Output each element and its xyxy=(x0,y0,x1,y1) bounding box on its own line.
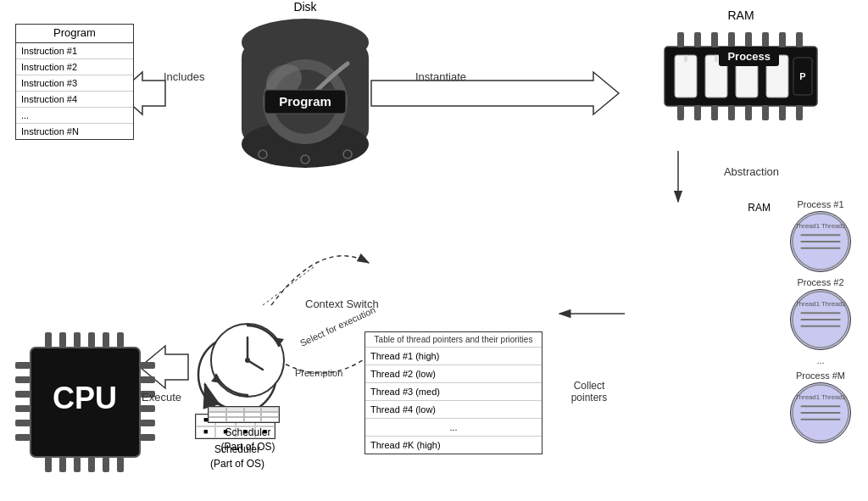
ram-area-top: RAM xyxy=(656,8,826,131)
process-2-label: Process #2 xyxy=(797,277,843,287)
svg-text:Program: Program xyxy=(279,94,331,109)
thread-row-3: Thread #3 (med) xyxy=(365,383,542,401)
program-box-title: Program xyxy=(16,25,133,42)
svg-rect-71 xyxy=(15,420,31,426)
thread-table-title: Table of thread pointers and their prior… xyxy=(365,332,542,348)
svg-rect-46 xyxy=(715,55,718,62)
svg-text:Thread1  Thread2: Thread1 Thread2 xyxy=(795,300,846,308)
ram-small-label: RAM xyxy=(748,202,771,214)
svg-rect-25 xyxy=(677,32,684,47)
program-instructions: Instruction #1 Instruction #2 Instructio… xyxy=(16,42,133,139)
svg-rect-81 xyxy=(74,332,81,348)
svg-rect-36 xyxy=(728,105,735,120)
svg-rect-89 xyxy=(103,457,109,472)
instruction-4: Instruction #4 xyxy=(16,92,133,108)
svg-rect-88 xyxy=(88,457,95,472)
svg-rect-73 xyxy=(140,362,155,369)
calendar-grid xyxy=(208,406,280,423)
disk-area: Disk Program xyxy=(229,0,381,173)
svg-text:P: P xyxy=(799,71,805,81)
svg-rect-87 xyxy=(74,457,81,472)
svg-rect-70 xyxy=(15,405,31,412)
process-1-label: Process #1 xyxy=(797,199,843,209)
instruction-2: Instruction #2 xyxy=(16,59,133,75)
instruction-3: Instruction #3 xyxy=(16,75,133,92)
svg-rect-33 xyxy=(677,105,684,120)
disk-icon: Program xyxy=(237,17,373,170)
svg-rect-82 xyxy=(88,332,95,348)
instruction-ellipsis: ... xyxy=(16,108,133,124)
svg-text:CPU: CPU xyxy=(53,381,117,415)
collect-pointers-label: Collect pointers xyxy=(555,380,623,404)
process-1: Process #1 Thread1 Thread2 xyxy=(790,199,851,272)
svg-point-101 xyxy=(245,358,250,363)
process-ellipsis-label: ... xyxy=(816,355,824,365)
instruction-1: Instruction #1 xyxy=(16,43,133,59)
thread-row-ellipsis: ... xyxy=(365,419,542,437)
svg-rect-38 xyxy=(762,105,769,120)
svg-rect-28 xyxy=(728,32,735,47)
process-chip-label: Process xyxy=(719,47,779,66)
svg-text:Thread1  Thread2: Thread1 Thread2 xyxy=(795,222,846,230)
svg-rect-76 xyxy=(140,405,155,412)
svg-point-13 xyxy=(242,19,369,66)
thread-row-1: Thread #1 (high) xyxy=(365,348,542,365)
cpu-area: CPU xyxy=(15,332,155,476)
svg-rect-72 xyxy=(15,434,31,441)
svg-rect-68 xyxy=(15,376,31,383)
instantiate-label: Instantiate xyxy=(415,70,466,83)
program-box: Program Instruction #1 Instruction #2 In… xyxy=(15,24,134,140)
process-1-circle: Thread1 Thread2 xyxy=(790,211,851,272)
process-2: Process #2 Thread1 Thread2 xyxy=(790,277,851,350)
svg-point-19 xyxy=(259,150,267,159)
svg-rect-86 xyxy=(59,457,66,472)
svg-rect-32 xyxy=(796,32,803,47)
svg-rect-35 xyxy=(711,105,718,120)
includes-label: Includes xyxy=(164,70,204,83)
disk-label: Disk xyxy=(229,0,381,14)
ram-chip-icon: P xyxy=(656,25,826,127)
ram-label-top: RAM xyxy=(656,8,826,22)
svg-rect-83 xyxy=(103,332,109,348)
processes-column: Process #1 Thread1 Thread2 Process #2 xyxy=(790,199,851,443)
svg-rect-30 xyxy=(762,32,769,47)
svg-rect-80 xyxy=(59,332,66,348)
svg-rect-69 xyxy=(15,391,31,398)
process-2-circle: Thread1 Thread2 xyxy=(790,289,851,350)
svg-rect-31 xyxy=(779,32,786,47)
svg-text:Thread1  Thread2: Thread1 Thread2 xyxy=(795,393,846,401)
preemption-label: Preemption xyxy=(295,368,342,378)
svg-rect-85 xyxy=(45,457,52,472)
svg-rect-34 xyxy=(694,105,701,120)
svg-rect-79 xyxy=(45,332,52,348)
svg-rect-45 xyxy=(684,55,687,62)
thread-row-2: Thread #2 (low) xyxy=(365,365,542,383)
process-m: Process #M Thread1 Thread2 xyxy=(790,370,851,443)
svg-rect-78 xyxy=(140,434,155,441)
svg-rect-67 xyxy=(15,362,31,369)
svg-rect-39 xyxy=(779,105,786,120)
thread-row-k: Thread #K (high) xyxy=(365,437,542,454)
abstraction-label: Abstraction xyxy=(724,165,779,178)
scheduler-svg xyxy=(208,320,288,401)
svg-rect-74 xyxy=(140,376,155,383)
svg-rect-27 xyxy=(711,32,718,47)
thread-table: Table of thread pointers and their prior… xyxy=(364,331,542,454)
svg-marker-6 xyxy=(371,72,619,114)
process-ellipsis: ... xyxy=(816,355,824,365)
svg-rect-40 xyxy=(796,105,803,120)
svg-rect-90 xyxy=(117,457,124,472)
process-m-label: Process #M xyxy=(796,370,845,381)
svg-point-20 xyxy=(301,155,309,164)
scheduler-bottom-label: Scheduler (Part of OS) xyxy=(208,426,288,454)
svg-rect-29 xyxy=(745,32,752,47)
scheduler-visual: Scheduler (Part of OS) xyxy=(208,320,288,454)
execute-label: Execute xyxy=(142,391,181,404)
svg-rect-26 xyxy=(694,32,701,47)
process-m-circle: Thread1 Thread2 xyxy=(790,382,851,443)
instruction-n: Instruction #N xyxy=(16,124,133,139)
diagram: Program Instruction #1 Instruction #2 In… xyxy=(0,0,868,501)
svg-rect-84 xyxy=(117,332,124,348)
svg-point-21 xyxy=(343,150,352,159)
svg-rect-37 xyxy=(745,105,752,120)
